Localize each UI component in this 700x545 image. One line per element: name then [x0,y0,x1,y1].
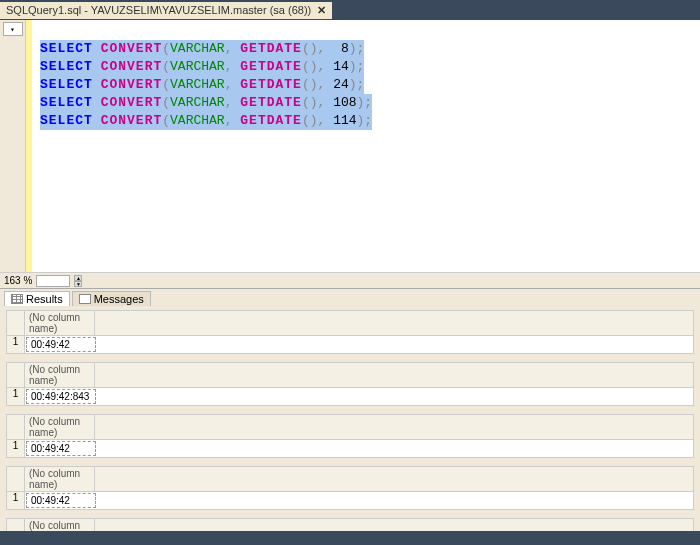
cell-value[interactable]: 00:49:42:843 [26,389,96,404]
zoom-arrows: ▲ ▼ [74,275,82,287]
status-bar [0,531,700,545]
tab-messages-label: Messages [94,293,144,305]
zoom-dropdown[interactable] [36,275,70,287]
zoom-bar: 163 % ▲ ▼ [0,272,700,288]
column-header[interactable]: (No column name) [25,415,95,439]
table-row: 1 00:49:42 [7,492,693,509]
table-row: 1 00:49:42 [7,440,693,457]
code-line: SELECT CONVERT(VARCHAR, GETDATE(), 108); [40,94,372,112]
tab-results-label: Results [26,293,63,305]
column-header[interactable]: (No column name) [25,363,95,387]
column-header[interactable]: (No column name) [25,467,95,491]
column-header[interactable]: (No column name) [25,311,95,335]
close-icon[interactable]: ✕ [317,4,326,17]
code-line: SELECT CONVERT(VARCHAR, GETDATE(), 24); [40,76,364,94]
grid-corner[interactable] [7,415,25,439]
result-grid: (No column name) 1 00:49:42 [6,310,694,354]
tab-bar: SQLQuery1.sql - YAVUZSELIM\YAVUZSELIM.ma… [0,0,700,20]
code-editor[interactable]: SELECT CONVERT(VARCHAR, GETDATE(), 8); S… [32,20,700,272]
grid-corner[interactable] [7,311,25,335]
zoom-value: 163 % [4,275,32,286]
row-number[interactable]: 1 [7,336,25,353]
cell-value[interactable]: 00:49:42 [26,441,96,456]
result-grid: (No column name) 1 00:49:42 [6,466,694,510]
results-pane: Results Messages (No column name) 1 00:4… [0,288,700,545]
grid-corner[interactable] [7,467,25,491]
row-number[interactable]: 1 [7,492,25,509]
editor-toolbar: ▾ [0,20,26,272]
zoom-down-icon[interactable]: ▼ [74,281,82,287]
table-row: 1 00:49:42 [7,336,693,353]
messages-icon [79,294,91,304]
tab-results[interactable]: Results [4,291,70,306]
code-line: SELECT CONVERT(VARCHAR, GETDATE(), 14); [40,58,364,76]
options-dropdown-icon[interactable]: ▾ [3,22,23,36]
tab-messages[interactable]: Messages [72,291,151,306]
editor-area: ▾ SELECT CONVERT(VARCHAR, GETDATE(), 8);… [0,20,700,272]
grid-icon [11,294,23,304]
row-number[interactable]: 1 [7,388,25,405]
file-tab[interactable]: SQLQuery1.sql - YAVUZSELIM\YAVUZSELIM.ma… [0,2,332,19]
code-line: SELECT CONVERT(VARCHAR, GETDATE(), 114); [40,112,372,130]
grid-corner[interactable] [7,363,25,387]
results-tabs: Results Messages [0,289,700,306]
cell-value[interactable]: 00:49:42 [26,337,96,352]
code-line: SELECT CONVERT(VARCHAR, GETDATE(), 8); [40,40,364,58]
file-tab-title: SQLQuery1.sql - YAVUZSELIM\YAVUZSELIM.ma… [6,4,311,16]
result-grid: (No column name) 1 00:49:42:843 [6,362,694,406]
result-grid: (No column name) 1 00:49:42 [6,414,694,458]
row-number[interactable]: 1 [7,440,25,457]
cell-value[interactable]: 00:49:42 [26,493,96,508]
table-row: 1 00:49:42:843 [7,388,693,405]
